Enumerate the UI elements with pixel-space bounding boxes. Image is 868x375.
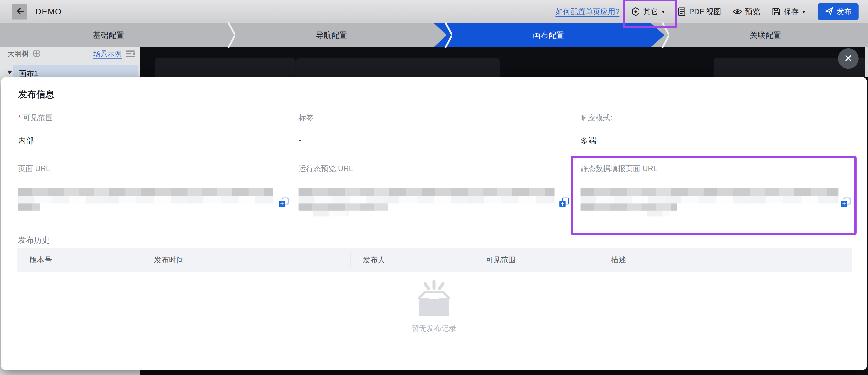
modal-title: 发布信息 — [18, 88, 54, 100]
preview-label: 预览 — [745, 7, 760, 17]
publish-label: 发布 — [836, 7, 851, 17]
col-publish-time: 发布时间 — [142, 248, 350, 272]
top-bar: DEMO 如何配置单页应用? 其它 ▼ PDF 视图 预览 — [0, 0, 868, 23]
save-label: 保存 — [784, 7, 799, 17]
static-data-url-label: 静态数据填报页面 URL — [581, 164, 657, 174]
required-marker: * — [18, 114, 21, 122]
page-url-label: 页面 URL — [18, 164, 50, 174]
static-data-url-redacted — [581, 188, 838, 196]
page-url-redacted — [18, 188, 273, 196]
publish-history-title: 发布历史 — [18, 235, 50, 246]
copy-icon[interactable] — [840, 197, 851, 208]
caret-down-icon[interactable] — [7, 70, 12, 74]
collapse-panel-icon[interactable] — [126, 50, 135, 57]
chevron-down-icon: ▼ — [801, 9, 806, 15]
tab-canvas-config[interactable]: 画布配置 — [440, 23, 657, 47]
field-visibility-label: *可见范围 — [18, 113, 53, 123]
close-icon — [844, 54, 853, 63]
close-modal-button[interactable] — [838, 48, 859, 69]
col-visibility: 可见范围 — [473, 248, 599, 272]
empty-box-icon — [411, 280, 457, 318]
pdf-document-icon — [677, 7, 686, 17]
static-data-url-redacted — [581, 203, 677, 210]
runtime-preview-url-label: 运行态预览 URL — [299, 164, 353, 174]
field-tag-value: - — [299, 135, 301, 144]
topbar-actions: 如何配置单页应用? 其它 ▼ PDF 视图 预览 — [556, 0, 859, 23]
field-response-mode-value: 多端 — [581, 135, 596, 146]
page-title: DEMO — [35, 0, 62, 23]
save-dropdown-button[interactable]: 保存 ▼ — [772, 7, 806, 17]
runtime-preview-url-redacted — [299, 203, 388, 210]
page-url-redacted — [18, 196, 273, 203]
tab-relation-config[interactable]: 关联配置 — [657, 23, 868, 47]
preview-button[interactable]: 预览 — [733, 7, 760, 17]
outline-title: 大纲树 — [7, 49, 29, 59]
circle-plus-icon[interactable] — [32, 49, 41, 59]
chevron-down-icon: ▼ — [661, 9, 665, 15]
eye-icon — [733, 7, 742, 17]
arrow-left-icon — [15, 7, 24, 17]
pdf-view-button[interactable]: PDF 视图 — [677, 7, 721, 17]
other-label: 其它 — [643, 7, 658, 17]
history-table-header: 版本号 发布时间 发布人 可见范围 描述 — [17, 248, 852, 272]
field-response-mode-label: 响应模式: — [581, 113, 613, 123]
copy-icon[interactable] — [558, 197, 569, 208]
field-visibility-value: 内部 — [18, 135, 34, 146]
save-floppy-icon — [772, 7, 781, 17]
empty-state-text: 暂无发布记录 — [411, 323, 457, 334]
runtime-preview-url-redacted — [313, 210, 348, 217]
copy-icon[interactable] — [278, 197, 289, 208]
step-tab-bar: 基础配置 导航配置 画布配置 关联配置 — [0, 23, 868, 47]
hexagon-settings-icon — [631, 7, 640, 17]
runtime-preview-url-redacted — [299, 188, 555, 196]
tab-nav-config[interactable]: 导航配置 — [223, 23, 440, 47]
static-data-url-redacted — [647, 210, 670, 217]
field-tag-label: 标签 — [299, 113, 313, 123]
send-plane-icon — [825, 6, 834, 17]
tab-basic-config[interactable]: 基础配置 — [0, 23, 217, 47]
pdf-view-label: PDF 视图 — [689, 7, 721, 17]
empty-state: 暂无发布记录 — [1, 280, 867, 334]
runtime-preview-url-redacted — [299, 196, 555, 203]
help-link[interactable]: 如何配置单页应用? — [556, 7, 619, 17]
col-publisher: 发布人 — [350, 248, 473, 272]
col-version: 版本号 — [17, 248, 142, 272]
static-data-url-redacted — [581, 196, 838, 203]
right-panel-edge — [865, 47, 868, 77]
scene-example-link[interactable]: 场景示例 — [93, 49, 122, 59]
other-dropdown-button[interactable]: 其它 ▼ — [631, 7, 665, 17]
page-url-redacted — [18, 203, 40, 210]
col-description: 描述 — [599, 248, 852, 272]
back-button[interactable] — [12, 4, 27, 20]
app-root: DEMO 如何配置单页应用? 其它 ▼ PDF 视图 预览 — [0, 0, 868, 375]
publish-info-modal: 发布信息 *可见范围 内部 标签 - 响应模式: 多端 页面 URL 运行态预览… — [1, 77, 867, 370]
publish-button[interactable]: 发布 — [817, 3, 859, 20]
outline-header: 大纲树 场景示例 — [0, 47, 140, 61]
